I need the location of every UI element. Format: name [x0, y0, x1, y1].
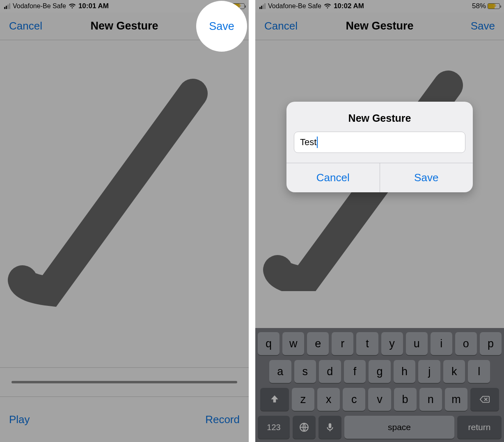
key-x[interactable]: x	[317, 388, 340, 411]
record-button[interactable]: Record	[205, 413, 240, 426]
battery-icon: ⚡	[488, 3, 500, 9]
key-h[interactable]: h	[394, 360, 416, 383]
gesture-stroke	[0, 40, 249, 367]
key-y[interactable]: y	[381, 332, 403, 355]
key-w[interactable]: w	[282, 332, 304, 355]
keyboard: qwertyuiop asdfghjkl zxcvbnm 123	[255, 328, 504, 442]
key-a[interactable]: a	[269, 360, 291, 383]
nav-bar: Cancel New Gesture Save	[255, 12, 504, 40]
cancel-button[interactable]: Cancel	[9, 20, 42, 32]
timeline[interactable]	[0, 367, 249, 397]
key-u[interactable]: u	[406, 332, 428, 355]
alert-save-button[interactable]: Save	[380, 163, 473, 192]
play-button[interactable]: Play	[9, 413, 30, 426]
key-m[interactable]: m	[445, 388, 467, 411]
key-b[interactable]: b	[394, 388, 417, 411]
keyboard-row-3: zxcvbnm	[258, 388, 502, 411]
timeline-track	[11, 381, 237, 383]
signal-icon	[4, 3, 10, 9]
key-c[interactable]: c	[343, 388, 365, 411]
globe-key[interactable]	[293, 416, 316, 439]
carrier-label: Vodafone-Be Safe	[268, 2, 321, 10]
right-phone: Vodafone-Be Safe 10:02 AM 58% ⚡ Cancel N…	[255, 0, 504, 442]
key-v[interactable]: v	[368, 388, 391, 411]
keyboard-row-2: asdfghjkl	[258, 360, 502, 383]
key-f[interactable]: f	[344, 360, 366, 383]
status-bar: Vodafone-Be Safe 10:02 AM 58% ⚡	[255, 0, 504, 12]
save-button[interactable]: Save	[471, 20, 495, 32]
space-key[interactable]: space	[344, 416, 454, 439]
bottom-toolbar: Play Record	[0, 397, 249, 442]
key-e[interactable]: e	[307, 332, 329, 355]
carrier-label: Vodafone-Be Safe	[13, 2, 66, 10]
return-key[interactable]: return	[457, 416, 502, 439]
cancel-button[interactable]: Cancel	[264, 20, 298, 32]
key-o[interactable]: o	[455, 332, 477, 355]
key-l[interactable]: l	[468, 360, 490, 383]
key-n[interactable]: n	[419, 388, 442, 411]
name-gesture-alert: New Gesture Test Cancel Save	[286, 102, 473, 192]
keyboard-row-1: qwertyuiop	[258, 332, 502, 355]
alert-cancel-button[interactable]: Cancel	[286, 163, 380, 192]
key-r[interactable]: r	[332, 332, 353, 355]
wifi-icon	[324, 3, 331, 9]
gesture-name-value: Test	[300, 137, 316, 148]
keyboard-row-4: 123 space return	[258, 416, 502, 439]
key-z[interactable]: z	[292, 388, 314, 411]
time-label: 10:02 AM	[334, 2, 364, 10]
time-label: 10:01 AM	[78, 2, 109, 10]
gesture-name-input[interactable]: Test	[294, 132, 465, 153]
wifi-icon	[69, 3, 76, 9]
gesture-canvas[interactable]	[0, 40, 249, 367]
key-s[interactable]: s	[294, 360, 316, 383]
alert-title: New Gesture	[286, 102, 473, 132]
battery-percent: 58%	[472, 2, 486, 10]
save-highlight[interactable]: Save	[197, 2, 246, 51]
key-d[interactable]: d	[319, 360, 341, 383]
key-p[interactable]: p	[480, 332, 502, 355]
left-phone: Vodafone-Be Safe 10:01 AM 57% ⚡ Cancel N…	[0, 0, 249, 442]
key-k[interactable]: k	[443, 360, 465, 383]
mic-key[interactable]	[318, 416, 341, 439]
signal-icon	[259, 3, 266, 9]
key-g[interactable]: g	[369, 360, 391, 383]
num-key[interactable]: 123	[258, 416, 290, 439]
key-j[interactable]: j	[418, 360, 440, 383]
key-q[interactable]: q	[258, 332, 279, 355]
svg-rect-1	[329, 423, 332, 428]
backspace-key[interactable]	[470, 388, 499, 411]
shift-key[interactable]	[260, 388, 289, 411]
text-caret	[317, 137, 318, 148]
key-t[interactable]: t	[356, 332, 378, 355]
key-i[interactable]: i	[431, 332, 452, 355]
